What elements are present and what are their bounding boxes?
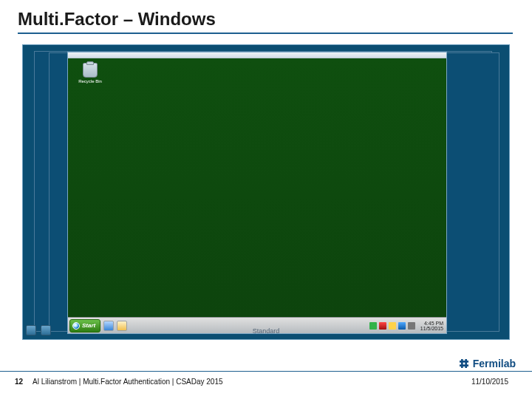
recycle-bin-label: Recycle Bin (75, 79, 105, 83)
page-number: 12 (15, 378, 33, 386)
window-titlebar[interactable] (68, 52, 446, 58)
title-underline (18, 33, 513, 34)
fermilab-mark-icon (458, 358, 470, 369)
recycle-bin-icon[interactable]: Recycle Bin (75, 63, 105, 83)
host-taskbar-icon-1[interactable] (26, 325, 36, 335)
svg-rect-2 (465, 359, 467, 368)
watermark-text: Standard (253, 327, 280, 335)
windows-desktop[interactable]: Recycle Bin (68, 58, 446, 317)
trash-icon (83, 63, 98, 78)
fermilab-logo-text: Fermilab (473, 358, 516, 369)
svg-rect-1 (461, 359, 463, 368)
svg-rect-0 (460, 361, 468, 363)
host-taskbar-strip: Standard (23, 324, 509, 336)
svg-rect-3 (460, 364, 468, 366)
fermilab-logo: Fermilab (458, 358, 516, 369)
slide-footer: 12 Al Lilianstrom | Multi.Factor Authent… (0, 371, 532, 392)
remote-desktop-window[interactable]: Recycle Bin Start 4:45 PM 11/5/2015 (67, 52, 447, 334)
screenshot-stage: Recycle Bin Start 4:45 PM 11/5/2015 (22, 44, 510, 340)
footer-date: 11/10/2015 (471, 378, 508, 386)
host-taskbar-icon-2[interactable] (41, 325, 51, 335)
footer-attribution: Al Lilianstrom | Multi.Factor Authentica… (33, 378, 471, 386)
slide-title: Multi.Factor – Windows (18, 9, 216, 30)
